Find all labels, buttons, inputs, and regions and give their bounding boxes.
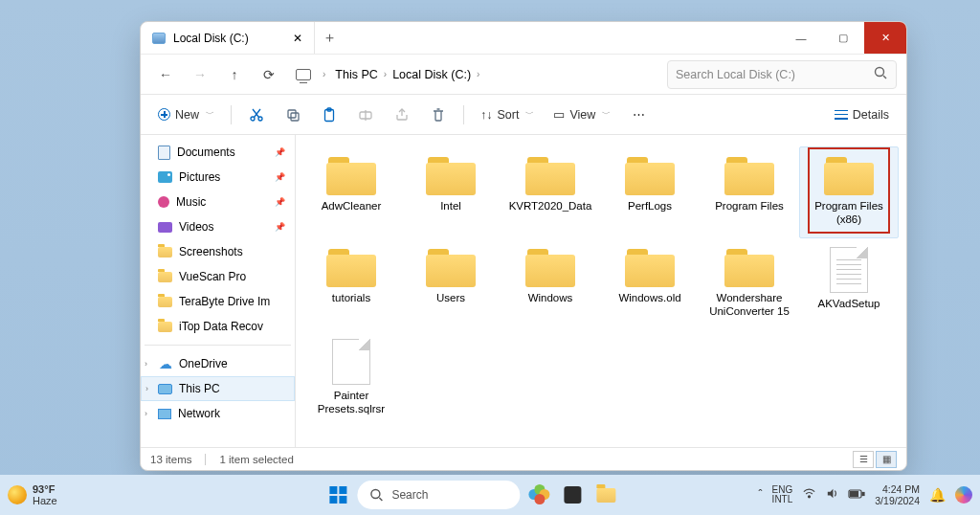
sidebar-item[interactable]: VueScan Pro — [141, 264, 295, 289]
language-indicator[interactable]: ENG INTL — [772, 485, 793, 505]
details-view-button[interactable]: ☰ — [853, 451, 874, 468]
content-area[interactable]: AdwCleanerIntelKVRT2020_DataPerfLogsProg… — [296, 135, 906, 447]
chevron-right-icon[interactable]: › — [384, 69, 387, 79]
view-button[interactable]: ▭ View ﹀ — [546, 101, 618, 128]
folder-item[interactable]: Wondershare UniConverter 15 — [700, 238, 799, 330]
item-label: PerfLogs — [624, 199, 676, 213]
view-label: View — [569, 108, 595, 122]
system-tray — [802, 486, 865, 504]
folder-item[interactable]: Program Files (x86) — [799, 146, 899, 238]
pc-icon[interactable] — [288, 60, 319, 89]
net-icon — [158, 409, 171, 419]
folder-item[interactable]: AdwCleaner — [301, 146, 401, 238]
folder-item[interactable]: Intel — [401, 146, 501, 238]
folder-icon — [426, 249, 476, 287]
window-controls: ― ▢ ✕ — [780, 22, 906, 54]
new-tab-button[interactable]: ＋ — [315, 22, 344, 54]
titlebar: Local Disk (C:) ✕ ＋ ― ▢ ✕ — [141, 22, 906, 55]
forward-button[interactable]: → — [185, 60, 215, 89]
sidebar-item-label: This PC — [179, 382, 220, 395]
folder-icon — [625, 249, 675, 287]
breadcrumb-local-disk[interactable]: Local Disk (C:) — [392, 68, 471, 81]
chevron-right-icon[interactable]: › — [323, 69, 325, 79]
close-tab-icon[interactable]: ✕ — [293, 32, 302, 45]
status-selected: 1 item selected — [219, 454, 293, 465]
share-button[interactable] — [386, 101, 418, 128]
sidebar-item[interactable]: Videos 📌 — [141, 214, 295, 239]
sidebar-item[interactable]: Screenshots — [141, 239, 295, 264]
breadcrumb-this-pc[interactable]: This PC — [335, 68, 377, 81]
disk-icon — [152, 33, 166, 44]
folder-item[interactable]: KVRT2020_Data — [501, 146, 600, 238]
taskbar-search[interactable]: Search — [357, 481, 520, 509]
maximize-button[interactable]: ▢ — [822, 22, 864, 54]
sidebar-item-this-pc[interactable]: › This PC — [141, 376, 295, 401]
notifications-icon[interactable]: 🔔 — [929, 487, 946, 503]
file-explorer-taskbar[interactable] — [591, 481, 620, 509]
chevron-right-icon[interactable]: › — [477, 69, 479, 79]
sidebar-item-label: iTop Data Recov — [179, 320, 263, 333]
folder-icon — [525, 249, 575, 287]
folder-item[interactable]: PerfLogs — [600, 146, 700, 238]
app-icon — [564, 486, 581, 504]
item-label: AdwCleaner — [318, 199, 386, 213]
sidebar-item[interactable]: Music 📌 — [141, 190, 295, 214]
chevron-right-icon[interactable]: › — [145, 384, 148, 393]
fold-icon — [158, 322, 172, 332]
back-button[interactable]: ← — [150, 60, 181, 89]
wifi-icon[interactable] — [802, 486, 816, 504]
svg-point-14 — [809, 496, 811, 498]
sidebar-item[interactable]: Documents 📌 — [141, 140, 295, 165]
folder-icon — [625, 157, 675, 195]
folder-item[interactable]: Windows — [501, 238, 600, 330]
details-pane-button[interactable]: Details — [827, 101, 897, 128]
folder-item[interactable]: tutorials — [301, 238, 401, 330]
sidebar-item-label: Videos — [179, 220, 213, 234]
folder-item[interactable]: Program Files — [700, 146, 799, 238]
tab-local-disk-c[interactable]: Local Disk (C:) ✕ — [141, 22, 315, 54]
copy-button[interactable] — [277, 101, 309, 128]
sidebar-item[interactable]: iTop Data Recov — [141, 314, 295, 339]
rename-button[interactable] — [349, 101, 382, 128]
file-item[interactable]: AKVadSetup — [799, 238, 899, 330]
sidebar-item-onedrive[interactable]: › ☁OneDrive — [141, 351, 295, 376]
search-icon — [873, 65, 888, 83]
taskbar-clock[interactable]: 4:24 PM 3/19/2024 — [875, 483, 920, 506]
close-window-button[interactable]: ✕ — [864, 22, 906, 54]
new-button[interactable]: New ﹀ — [150, 101, 222, 128]
copilot-icon[interactable] — [955, 486, 972, 504]
paste-button[interactable] — [313, 101, 345, 128]
folder-item[interactable]: Users — [401, 238, 501, 330]
new-label: New — [175, 108, 199, 122]
volume-icon[interactable] — [825, 486, 839, 504]
status-bar: 13 items 1 item selected ☰ ▦ — [141, 447, 906, 470]
sidebar-item-label: Pictures — [179, 170, 220, 184]
refresh-button[interactable]: ⟳ — [254, 60, 284, 89]
sidebar-item[interactable]: Pictures 📌 — [141, 165, 295, 190]
search-input[interactable]: Search Local Disk (C:) — [667, 60, 897, 89]
windows-logo-icon — [329, 486, 346, 504]
taskbar-app-1[interactable] — [558, 481, 587, 509]
weather-temp: 93°F — [33, 483, 57, 495]
up-button[interactable]: ↑ — [219, 60, 250, 89]
more-button[interactable]: ⋯ — [622, 101, 655, 128]
start-button[interactable] — [323, 481, 352, 509]
sidebar-item[interactable]: TeraByte Drive Im — [141, 289, 295, 314]
pin-icon: 📌 — [275, 222, 285, 232]
folder-item[interactable]: Windows.old — [600, 238, 700, 330]
cut-button[interactable] — [240, 101, 273, 128]
file-item[interactable]: Painter Presets.sqlrsr — [301, 330, 401, 422]
chevron-right-icon[interactable]: › — [145, 359, 147, 369]
tray-chevron-icon[interactable]: ˆ — [759, 488, 763, 502]
minimize-button[interactable]: ― — [780, 22, 822, 54]
chevron-right-icon[interactable]: › — [145, 409, 147, 418]
sort-button[interactable]: ↑↓ Sort ﹀ — [473, 101, 542, 128]
sidebar-item-network[interactable]: › Network — [141, 401, 295, 426]
fold-icon — [158, 272, 172, 282]
svg-point-12 — [371, 490, 380, 499]
task-view-button[interactable] — [524, 481, 553, 509]
icons-view-button[interactable]: ▦ — [876, 451, 897, 468]
battery-icon[interactable] — [848, 488, 865, 503]
delete-button[interactable] — [422, 101, 455, 128]
taskbar-weather[interactable]: 93°F Haze — [8, 483, 57, 506]
